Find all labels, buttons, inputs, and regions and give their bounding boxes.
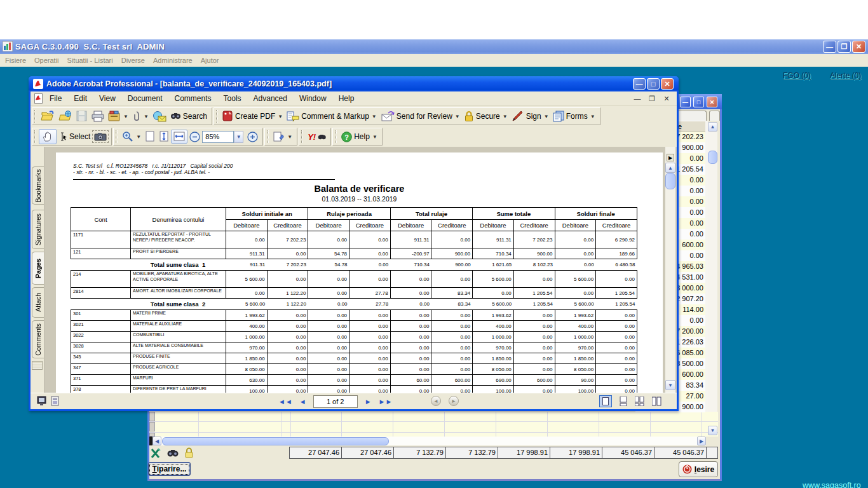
- hand-tool-button[interactable]: [39, 129, 57, 144]
- child-vscroll-down[interactable]: ▼: [708, 426, 717, 435]
- child-vscroll-thumb[interactable]: [708, 151, 717, 164]
- next-view-button[interactable]: ►: [449, 396, 459, 406]
- save-button[interactable]: [74, 111, 90, 122]
- continuous-layout-button[interactable]: [620, 396, 627, 406]
- saga-restore-button[interactable]: ❐: [837, 41, 851, 53]
- saga-minimize-button[interactable]: —: [823, 41, 836, 53]
- print-button-acrobat[interactable]: [90, 111, 106, 122]
- pane-expand-arrow[interactable]: ▶: [667, 154, 674, 161]
- acrobat-menu-tools[interactable]: Tools: [224, 94, 241, 103]
- yahoo-messenger-button[interactable]: Y!: [306, 132, 328, 142]
- child-tab-2[interactable]: [709, 111, 720, 121]
- acrobat-maximize-button[interactable]: □: [647, 78, 660, 90]
- saga-menu-operatii[interactable]: Operatii: [34, 57, 59, 64]
- page-indicator[interactable]: 1 of 2: [313, 395, 358, 408]
- svg-text:?: ?: [344, 133, 349, 140]
- help-button[interactable]: ? Help▼: [339, 132, 379, 142]
- child-hscroll-thumb[interactable]: [162, 437, 389, 445]
- nav-tab-comments[interactable]: Comments: [32, 320, 44, 358]
- doc-restore-button[interactable]: ❐: [647, 94, 657, 103]
- saga-close-button[interactable]: ✕: [852, 41, 865, 53]
- zoom-level-dropdown[interactable]: ▼: [234, 131, 243, 143]
- doc-minimize-button[interactable]: —: [632, 94, 642, 103]
- page-display-button[interactable]: ▼: [271, 131, 294, 142]
- sagasoft-link[interactable]: www.sagasoft.ro: [803, 481, 861, 488]
- acrobat-menu-document[interactable]: Document: [128, 94, 163, 103]
- acrobat-menu-advanced[interactable]: Advanced: [254, 94, 287, 103]
- acrobat-menu-help[interactable]: Help: [339, 94, 355, 103]
- acrobat-vscroll-up[interactable]: ▲: [665, 163, 675, 173]
- acrobat-menu-view[interactable]: View: [99, 94, 116, 103]
- col-group-header: Total rulaje: [390, 208, 472, 220]
- zoom-in-tool-button[interactable]: ▼: [120, 131, 143, 142]
- table-row: 121PROFIT SI PIERDERE911.310.0054.780.00…: [71, 248, 637, 259]
- grid-line: [650, 412, 651, 437]
- open-web-button[interactable]: [57, 111, 74, 122]
- fit-page-button[interactable]: [157, 131, 171, 142]
- first-page-button[interactable]: ◄◄: [278, 398, 292, 405]
- child-close-button[interactable]: ✕: [707, 97, 717, 107]
- secure-button[interactable]: Secure▼: [462, 111, 510, 122]
- next-page-button[interactable]: ►: [365, 398, 372, 405]
- single-page-layout-button[interactable]: [599, 395, 612, 407]
- last-page-button[interactable]: ►►: [379, 398, 393, 405]
- zoom-in-button[interactable]: [245, 132, 260, 142]
- child-hscroll-left[interactable]: ◀: [153, 437, 161, 445]
- nav-tab-pages[interactable]: Pages: [32, 252, 44, 285]
- search-binoculars-icon[interactable]: [167, 448, 179, 458]
- fit-width-button[interactable]: [171, 130, 187, 144]
- col-sub-header: Debitoare: [473, 220, 514, 231]
- child-hscroll-right[interactable]: ▶: [697, 437, 706, 445]
- excel-export-icon[interactable]: [151, 448, 161, 459]
- print-button[interactable]: Tiparire...: [148, 462, 191, 476]
- comment-markup-button[interactable]: Comment & Markup▼: [285, 111, 379, 122]
- col-group-header: Solduri initiale an: [226, 208, 308, 220]
- alerte-link[interactable]: Alerte (0): [830, 71, 861, 80]
- acrobat-vscroll-thumb[interactable]: [665, 173, 675, 189]
- saga-menu-diverse[interactable]: Diverse: [121, 57, 145, 64]
- search-button[interactable]: Search: [168, 111, 209, 121]
- zoom-level-combobox[interactable]: 85%: [202, 131, 234, 143]
- doc-close-button[interactable]: ✕: [661, 94, 672, 103]
- send-for-review-button[interactable]: Send for Review▼: [379, 111, 462, 122]
- child-minimize-button[interactable]: —: [680, 97, 691, 107]
- saga-menu-situatii-listari[interactable]: Situatii - Listari: [67, 57, 113, 64]
- create-pdf-button[interactable]: Create PDF▼: [220, 111, 285, 122]
- acrobat-menu-file[interactable]: File: [50, 94, 62, 103]
- attach-button[interactable]: ▼: [130, 111, 151, 122]
- acrobat-menu-window[interactable]: Window: [299, 94, 327, 103]
- saga-menu-administrare[interactable]: Administrare: [153, 57, 193, 64]
- organizer-button[interactable]: ▼: [106, 111, 130, 122]
- saga-menu-fisiere[interactable]: Fisiere: [5, 57, 26, 64]
- acrobat-menu-comments[interactable]: Comments: [175, 94, 212, 103]
- sign-button[interactable]: Sign▼: [510, 111, 551, 122]
- exit-button[interactable]: Iesire: [679, 461, 718, 477]
- fgo-link[interactable]: FGO (0): [783, 71, 811, 80]
- forms-button[interactable]: Forms▼: [551, 111, 597, 122]
- prev-view-button[interactable]: ◄: [431, 396, 441, 406]
- prev-page-button[interactable]: ◄: [299, 398, 306, 405]
- continuous-facing-layout-button[interactable]: [635, 396, 644, 406]
- snapshot-tool-button[interactable]: [92, 130, 109, 143]
- select-tool-button[interactable]: Select: [57, 132, 92, 142]
- page-view-icon[interactable]: [51, 396, 60, 407]
- screen-mode-icon[interactable]: [37, 396, 47, 407]
- acrobat-close-button[interactable]: ✕: [661, 78, 674, 90]
- saga-menu-ajutor[interactable]: Ajutor: [201, 57, 219, 64]
- lock-icon[interactable]: [184, 447, 194, 458]
- zoom-out-button[interactable]: [187, 132, 202, 142]
- email-button[interactable]: [151, 111, 168, 122]
- facing-layout-button[interactable]: [652, 396, 661, 406]
- nav-tab-bookmarks[interactable]: Bookmarks: [32, 166, 44, 205]
- tabstrip-grip[interactable]: [32, 361, 43, 370]
- acrobat-minimize-button[interactable]: —: [633, 78, 646, 90]
- child-vscroll-track[interactable]: [708, 132, 717, 426]
- nav-tab-attach[interactable]: Attach: [32, 287, 44, 318]
- actual-size-button[interactable]: [143, 131, 157, 142]
- child-maximize-button[interactable]: □: [693, 97, 704, 107]
- acrobat-menu-edit[interactable]: Edit: [74, 94, 87, 103]
- nav-tab-signatures[interactable]: Signatures: [32, 210, 44, 249]
- acrobat-vscroll-down[interactable]: ▼: [665, 380, 675, 390]
- open-button[interactable]: [39, 111, 57, 122]
- child-vscroll-up[interactable]: ▲: [708, 122, 717, 132]
